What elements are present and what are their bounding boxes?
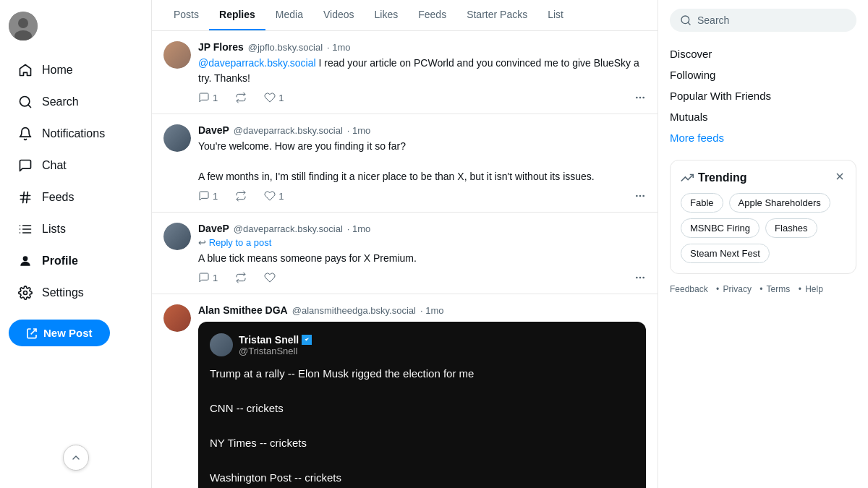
sidebar-item-home[interactable]: Home	[9, 55, 142, 85]
user-avatar[interactable]	[9, 12, 38, 40]
post-time: · 1mo	[327, 42, 351, 53]
more-options-button[interactable]	[634, 272, 646, 283]
footer-help[interactable]: Help	[805, 284, 823, 294]
sidebar-item-settings[interactable]: Settings	[9, 278, 142, 308]
search-icon	[680, 14, 692, 26]
main-content: Posts Replies Media Videos Likes Feeds S…	[152, 0, 658, 488]
footer-links: Feedback • Privacy • Terms • Help	[670, 284, 856, 294]
trending-close-button[interactable]	[834, 171, 846, 184]
chat-icon	[17, 158, 33, 174]
tab-likes[interactable]: Likes	[365, 0, 409, 30]
sidebar-item-label: Home	[42, 64, 73, 77]
avatar[interactable]	[163, 124, 191, 152]
reply-button[interactable]: 1	[198, 190, 218, 202]
sidebar-item-profile[interactable]: Profile	[9, 246, 142, 276]
post-author-handle: @daveparrack.bsky.social	[234, 125, 343, 136]
bell-icon	[17, 126, 33, 142]
search-input[interactable]	[697, 14, 846, 26]
repost-button[interactable]	[235, 92, 247, 103]
new-post-label: New Post	[43, 327, 93, 339]
feeds-section: Discover Following Popular With Friends …	[670, 43, 856, 148]
feed-link-discover[interactable]: Discover	[670, 43, 856, 64]
trending-tag-apple-shareholders[interactable]: Apple Shareholders	[729, 193, 830, 213]
reply-button[interactable]: 1	[198, 272, 218, 283]
avatar[interactable]	[163, 223, 191, 250]
feed-link-following[interactable]: Following	[670, 64, 856, 85]
post-time: · 1mo	[420, 305, 444, 316]
reply-indicator: ↩ Reply to a post	[198, 237, 646, 248]
post-time: · 1mo	[347, 125, 371, 136]
trending-tag-flashes[interactable]: Flashes	[765, 218, 817, 238]
svg-point-22	[642, 195, 644, 197]
more-options-button[interactable]	[634, 190, 646, 202]
footer-feedback[interactable]: Feedback	[670, 284, 708, 294]
tab-starter-packs[interactable]: Starter Packs	[456, 0, 537, 30]
search-box[interactable]	[670, 9, 856, 32]
reply-button[interactable]: 1	[198, 92, 218, 103]
trending-section: Trending Fable Apple Shareholders MSNBC …	[670, 160, 856, 274]
repost-button[interactable]	[235, 272, 247, 283]
svg-point-20	[636, 195, 638, 197]
quoted-post[interactable]: Tristan Snell @TristanSnell Trump at a r…	[198, 322, 646, 488]
svg-line-7	[23, 192, 25, 203]
trending-tag-msnbc-firing[interactable]: MSNBC Firing	[681, 218, 760, 238]
svg-point-21	[639, 195, 642, 197]
sidebar-item-feeds[interactable]: Feeds	[9, 182, 142, 213]
sidebar-item-notifications[interactable]: Notifications	[9, 119, 142, 149]
mention-link[interactable]: @daveparrack.bsky.social	[198, 57, 316, 69]
trending-tag-steam-next-fest[interactable]: Steam Next Fest	[681, 244, 770, 263]
home-icon	[17, 62, 33, 78]
list-item: DaveP @daveparrack.bsky.social · 1mo ↩ R…	[152, 213, 658, 294]
trending-tags: Fable Apple Shareholders MSNBC Firing Fl…	[681, 193, 846, 263]
svg-line-4	[28, 105, 31, 108]
tab-videos[interactable]: Videos	[313, 0, 365, 30]
quote-author-name: Tristan Snell	[239, 334, 299, 346]
new-post-button[interactable]: New Post	[9, 320, 110, 346]
trending-tag-fable[interactable]: Fable	[681, 193, 723, 213]
svg-point-19	[642, 97, 644, 99]
post-author-name: JP Flores	[198, 41, 244, 53]
svg-point-18	[639, 97, 642, 99]
list-icon	[17, 221, 33, 237]
gear-icon	[17, 285, 33, 301]
quote-avatar	[210, 333, 233, 356]
post-author-handle: @jpflo.bsky.social	[248, 42, 323, 53]
sidebar-item-search[interactable]: Search	[9, 87, 142, 117]
sidebar-item-chat[interactable]: Chat	[9, 150, 142, 181]
feed-link-popular[interactable]: Popular With Friends	[670, 85, 856, 106]
svg-point-15	[23, 256, 28, 261]
like-button[interactable]: 1	[264, 92, 284, 103]
post-author-handle: @alansmitheedga.bsky.social	[292, 305, 416, 316]
quote-text: Trump at a rally -- Elon Musk rigged the…	[210, 365, 634, 488]
list-item: Alan Smithee DGA @alansmitheedga.bsky.so…	[152, 294, 658, 488]
tab-media[interactable]: Media	[265, 0, 313, 30]
feed-link-mutuals[interactable]: Mutuals	[670, 106, 856, 127]
svg-line-8	[27, 192, 28, 203]
post-text: A blue tick means someone pays for X Pre…	[198, 251, 646, 266]
more-options-button[interactable]	[634, 92, 646, 103]
hash-icon	[17, 189, 33, 205]
footer-terms[interactable]: Terms	[767, 284, 791, 294]
scroll-top-button[interactable]	[63, 445, 89, 471]
feed-link-more[interactable]: More feeds	[670, 127, 856, 148]
avatar[interactable]	[163, 304, 191, 332]
trending-icon	[681, 171, 694, 184]
svg-point-16	[24, 291, 27, 295]
sidebar-item-lists[interactable]: Lists	[9, 214, 142, 244]
post-author-name: DaveP	[198, 223, 229, 234]
post-author-handle: @daveparrack.bsky.social	[234, 223, 343, 234]
like-button[interactable]	[264, 272, 276, 283]
footer-privacy[interactable]: Privacy	[723, 284, 752, 294]
avatar[interactable]	[163, 41, 191, 69]
svg-point-17	[636, 97, 638, 99]
like-button[interactable]: 1	[264, 190, 284, 202]
tab-feeds[interactable]: Feeds	[408, 0, 456, 30]
sidebar-item-label: Lists	[42, 223, 66, 236]
tab-replies[interactable]: Replies	[209, 0, 265, 30]
svg-point-24	[639, 277, 642, 279]
feed-list: JP Flores @jpflo.bsky.social · 1mo @dave…	[152, 31, 658, 488]
svg-point-25	[642, 277, 644, 279]
repost-button[interactable]	[235, 190, 247, 202]
tab-list[interactable]: List	[537, 0, 574, 30]
tab-posts[interactable]: Posts	[163, 0, 209, 30]
